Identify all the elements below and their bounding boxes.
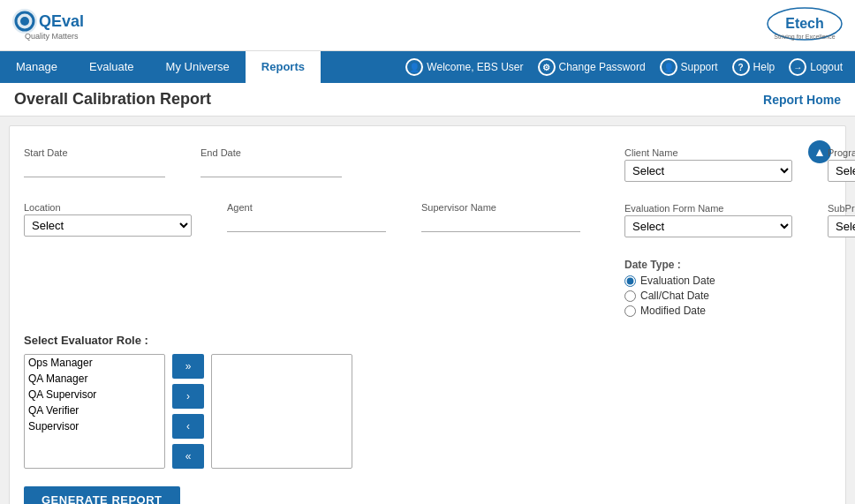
supervisor-input[interactable] — [421, 214, 580, 232]
evaluator-role-label: Select Evaluator Role : — [24, 334, 831, 347]
eval-form-select[interactable]: Select — [624, 215, 792, 237]
logout-icon: → — [789, 58, 806, 76]
qeval-logo: QEval Quality Matters — [11, 7, 90, 44]
svg-text:Striving for Excellence: Striving for Excellence — [774, 34, 835, 41]
svg-point-2 — [20, 17, 29, 26]
nav-right: 👤 Welcome, EBS User ⚙ Change Password 👤 … — [400, 58, 855, 76]
program-name-group: Program Name Select — [828, 147, 855, 182]
date-type-callchat-label: Call/Chat Date — [640, 290, 709, 302]
list-item[interactable]: QA Supervisor — [25, 387, 164, 402]
evaluator-controls: Ops Manager QA Manager QA Supervisor QA … — [24, 354, 831, 469]
transfer-left-button[interactable]: ‹ — [172, 414, 204, 439]
right-form: Client Name Select Program Name Select E… — [624, 147, 855, 320]
nav-logout[interactable]: → Logout — [783, 58, 848, 76]
location-group: Location Select — [24, 202, 192, 237]
subprogram-label: SubProgram Name — [828, 203, 855, 214]
eval-subprogram-row: Evaluation Form Name Select SubProgram N… — [624, 203, 855, 250]
nav-my-universe[interactable]: My Universe — [150, 51, 246, 83]
page-header: Overall Calibration Report Report Home — [0, 83, 855, 117]
left-form: Start Date End Date Location Select Ag — [24, 147, 598, 249]
eval-form-label: Evaluation Form Name — [624, 203, 792, 214]
transfer-right-button[interactable]: › — [172, 384, 204, 409]
nav-change-password[interactable]: ⚙ Change Password — [533, 58, 651, 76]
svg-text:Quality Matters: Quality Matters — [25, 32, 79, 41]
date-type-modified[interactable]: Modified Date — [624, 305, 855, 317]
list-item[interactable]: Ops Manager — [25, 355, 164, 371]
end-date-label: End Date — [201, 147, 342, 158]
gear-icon: ⚙ — [538, 58, 556, 76]
main-content: ▲ Start Date End Date Location — [9, 125, 846, 504]
location-select[interactable]: Select — [24, 214, 192, 237]
client-name-label: Client Name — [624, 147, 792, 158]
nav-left: Manage Evaluate My Universe Reports — [0, 51, 321, 83]
form-top: Start Date End Date Location Select Ag — [24, 147, 808, 320]
nav-reports[interactable]: Reports — [246, 51, 321, 83]
transfer-all-left-button[interactable]: « — [172, 444, 204, 469]
end-date-group: End Date — [201, 147, 342, 177]
list-item[interactable]: QA Manager — [25, 371, 164, 387]
nav-evaluate[interactable]: Evaluate — [73, 51, 150, 83]
evaluator-role-source-list[interactable]: Ops Manager QA Manager QA Supervisor QA … — [24, 354, 165, 469]
help-icon: ? — [732, 58, 750, 76]
logo-bar: QEval Quality Matters Etech Striving for… — [0, 0, 855, 51]
client-name-select[interactable]: Select — [624, 160, 792, 182]
supervisor-label: Supervisor Name — [421, 202, 580, 213]
list-item[interactable]: QA Verifier — [25, 402, 164, 418]
client-name-group: Client Name Select — [624, 147, 792, 182]
start-date-group: Start Date — [24, 147, 165, 177]
etech-logo: Etech Striving for Excellence — [765, 5, 844, 45]
supervisor-group: Supervisor Name — [421, 202, 580, 237]
agent-group: Agent — [227, 202, 386, 237]
date-type-callchat-radio[interactable] — [624, 290, 636, 302]
location-label: Location — [24, 202, 192, 213]
end-date-input[interactable] — [201, 160, 342, 177]
date-type-evaluation[interactable]: Evaluation Date — [624, 275, 855, 287]
subprogram-group: SubProgram Name Select — [828, 203, 855, 237]
svg-text:Etech: Etech — [785, 16, 824, 31]
evaluator-section: Select Evaluator Role : Ops Manager QA M… — [24, 334, 831, 469]
start-date-input[interactable] — [24, 160, 165, 177]
report-home-link[interactable]: Report Home — [763, 93, 841, 107]
date-type-modified-radio[interactable] — [624, 305, 636, 317]
generate-report-button[interactable]: GENERATE REPORT — [24, 486, 180, 504]
start-date-label: Start Date — [24, 147, 165, 158]
svg-text:QEval: QEval — [39, 12, 84, 30]
nav-help[interactable]: ? Help — [727, 58, 781, 76]
location-row: Location Select Agent Supervisor Name — [24, 202, 598, 249]
page-title: Overall Calibration Report — [14, 90, 211, 109]
date-type-evaluation-label: Evaluation Date — [640, 275, 715, 287]
date-type-callchat[interactable]: Call/Chat Date — [624, 290, 855, 302]
nav-bar: Manage Evaluate My Universe Reports 👤 We… — [0, 51, 855, 83]
support-icon: 👤 — [660, 58, 677, 76]
date-type-modified-label: Modified Date — [640, 305, 706, 317]
date-type-label: Date Type : — [624, 259, 855, 271]
list-item[interactable]: Supervisor — [25, 418, 164, 434]
nav-welcome: 👤 Welcome, EBS User — [400, 58, 528, 76]
nav-support[interactable]: 👤 Support — [654, 58, 723, 76]
transfer-buttons: » › ‹ « — [172, 354, 204, 469]
date-type-group: Date Type : Evaluation Date Call/Chat Da… — [624, 259, 855, 320]
agent-input[interactable] — [227, 214, 386, 232]
program-name-label: Program Name — [828, 147, 855, 158]
subprogram-select[interactable]: Select — [828, 215, 855, 237]
nav-manage[interactable]: Manage — [0, 51, 73, 83]
evaluator-role-target-list[interactable] — [211, 354, 352, 469]
eval-form-group: Evaluation Form Name Select — [624, 203, 792, 237]
date-row: Start Date End Date — [24, 147, 598, 190]
agent-label: Agent — [227, 202, 386, 213]
transfer-all-right-button[interactable]: » — [172, 354, 204, 379]
person-icon: 👤 — [405, 58, 423, 76]
date-type-evaluation-radio[interactable] — [624, 275, 636, 287]
client-program-row: Client Name Select Program Name Select — [624, 147, 855, 194]
program-name-select[interactable]: Select — [828, 160, 855, 182]
